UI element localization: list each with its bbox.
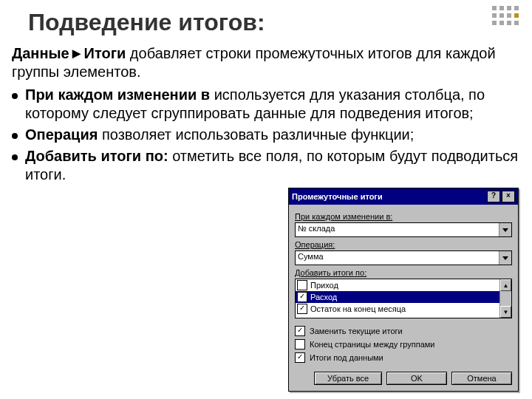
checkbox-icon[interactable]: ✓ — [295, 326, 305, 336]
bullet-item: Операция позволяет использовать различны… — [12, 126, 520, 144]
lead-bold: Данные►Итоги — [12, 45, 126, 61]
slide-title: Подведение итогов: — [28, 9, 265, 36]
help-button[interactable]: ? — [487, 191, 500, 202]
list-item[interactable]: ✓ Расход — [296, 291, 511, 303]
option-row[interactable]: Конец страницы между группами — [295, 338, 512, 351]
dialog-titlebar: Промежуточные итоги ? × — [289, 188, 518, 205]
label-operation: Операция: — [295, 240, 512, 249]
label-add-totals: Добавить итоги по: — [295, 268, 512, 277]
dropdown-icon[interactable] — [499, 223, 511, 236]
slide-body: Данные►Итоги добавляет строки промежуточ… — [12, 44, 520, 184]
bullet-item: При каждом изменении в используется для … — [12, 86, 520, 123]
cancel-button[interactable]: Отмена — [451, 372, 512, 385]
lead-text: Данные►Итоги добавляет строки промежуточ… — [12, 44, 520, 81]
combo-change-value: № склада — [296, 223, 499, 236]
bullet-icon — [12, 93, 18, 99]
remove-all-button[interactable]: Убрать все — [314, 372, 382, 385]
bullet-icon — [12, 154, 18, 160]
checkbox-icon[interactable] — [295, 339, 305, 349]
option-label: Итоги под данными — [310, 353, 383, 362]
combo-operation[interactable]: Сумма — [295, 250, 512, 265]
list-item-label: Остаток на конец месяца — [310, 304, 406, 313]
bullet-item: Добавить итоги по: отметить все поля, по… — [12, 147, 520, 184]
dialog-title: Промежуточные итоги — [292, 192, 485, 201]
dialog-buttons: Убрать все OK Отмена — [295, 372, 512, 385]
scroll-track[interactable] — [500, 291, 511, 306]
checkbox-icon[interactable]: ✓ — [297, 304, 307, 314]
checkbox-icon[interactable]: ✓ — [295, 352, 305, 363]
combo-change-in[interactable]: № склада — [295, 222, 512, 237]
listbox-fields[interactable]: Приход ✓ Расход ✓ Остаток на конец месяц… — [295, 279, 512, 318]
corner-decoration — [492, 6, 519, 25]
item-bold: Добавить итоги по: — [25, 148, 168, 164]
option-label: Конец страницы между группами — [310, 340, 434, 349]
option-row[interactable]: ✓ Итоги под данными — [295, 351, 512, 364]
subtotals-dialog: Промежуточные итоги ? × При каждом измен… — [288, 188, 519, 392]
scroll-up-icon[interactable]: ▲ — [500, 279, 511, 291]
option-row[interactable]: ✓ Заменить текущие итоги — [295, 324, 512, 338]
item-text: позволяет использовать различные функции… — [98, 126, 414, 143]
checkbox-icon[interactable]: ✓ — [297, 292, 307, 302]
combo-operation-value: Сумма — [296, 251, 499, 265]
slide: Подведение итогов: Данные►Итоги добавляе… — [0, 0, 532, 399]
item-bold: Операция — [25, 126, 98, 143]
checkbox-icon[interactable] — [297, 280, 307, 290]
list-item[interactable]: ✓ Остаток на конец месяца — [296, 303, 511, 315]
item-bold: При каждом изменении в — [25, 86, 210, 103]
close-button[interactable]: × — [502, 191, 515, 202]
list-item-label: Расход — [310, 293, 337, 301]
ok-button[interactable]: OK — [386, 372, 447, 385]
list-item-label: Приход — [310, 281, 338, 290]
scroll-down-icon[interactable]: ▼ — [500, 306, 511, 318]
option-label: Заменить текущие итоги — [310, 327, 403, 335]
label-change-in: При каждом изменении в: — [295, 212, 512, 221]
list-item[interactable]: Приход — [296, 279, 511, 291]
scrollbar[interactable]: ▲ ▼ — [499, 279, 511, 318]
bullet-icon — [12, 133, 18, 139]
options-group: ✓ Заменить текущие итоги Конец страницы … — [295, 324, 512, 364]
dropdown-icon[interactable] — [499, 251, 511, 265]
dialog-body: При каждом изменении в: № склада Операци… — [289, 205, 518, 391]
